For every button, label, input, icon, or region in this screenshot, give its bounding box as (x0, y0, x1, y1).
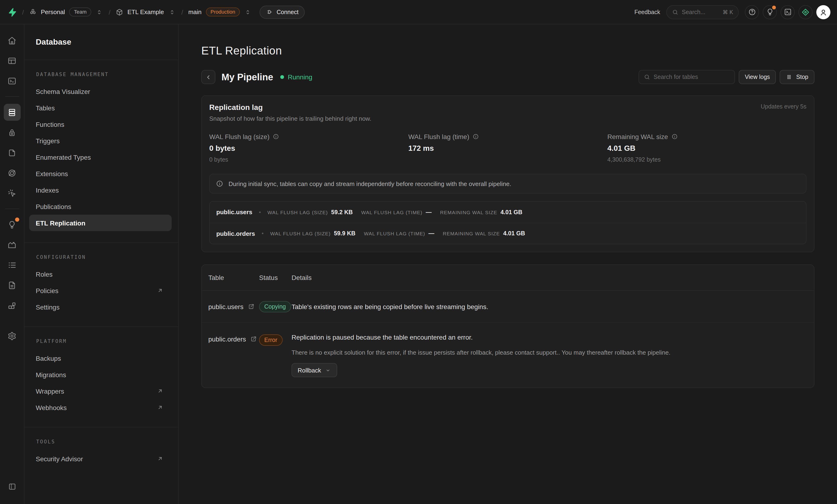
table-name: public.orders (216, 230, 255, 237)
sql-editor-icon[interactable] (3, 72, 20, 89)
sidebar-item-roles[interactable]: Roles (29, 266, 170, 282)
search-icon (644, 74, 650, 80)
sidebar-item-etl-replication[interactable]: ETL Replication (29, 214, 172, 231)
stop-button[interactable]: Stop (780, 70, 815, 84)
initial-sync-callout: During initial sync, tables can copy and… (209, 174, 806, 193)
table-name: public.orders (208, 335, 246, 343)
replication-lag-card: Replication lag Snapshot of how far this… (201, 95, 815, 252)
help-button[interactable] (745, 5, 759, 19)
status-badge-copying: Copying (259, 301, 291, 312)
api-docs-icon[interactable] (3, 277, 20, 294)
sidebar-item-publications[interactable]: Publications (29, 198, 170, 214)
pause-icon (786, 74, 793, 80)
sidebar-item-settings[interactable]: Settings (29, 299, 170, 315)
info-icon[interactable] (273, 134, 279, 140)
global-search[interactable]: ⌘ K (666, 5, 739, 19)
global-search-input[interactable] (682, 9, 719, 15)
table-editor-icon[interactable] (3, 52, 20, 69)
rollback-button[interactable]: Rollback (291, 363, 337, 377)
status-badge-error: Error (259, 334, 283, 346)
feedback-link[interactable]: Feedback (634, 9, 660, 15)
breadcrumb-branch[interactable]: main Production (188, 7, 240, 16)
account-avatar[interactable] (816, 5, 831, 19)
database-icon[interactable] (3, 104, 20, 121)
sidebar-item-schema-visualizer[interactable]: Schema Visualizer (29, 83, 170, 99)
breadcrumb-project[interactable]: ETL Example (116, 8, 164, 16)
sidebar-item-functions[interactable]: Functions (29, 116, 170, 132)
external-link-icon[interactable] (250, 336, 257, 342)
realtime-icon[interactable] (3, 185, 20, 202)
auth-lock-icon[interactable] (3, 124, 20, 141)
pipeline-header: My Pipeline Running View logs (201, 70, 815, 84)
view-logs-button[interactable]: View logs (739, 70, 776, 84)
sidebar-item-extensions[interactable]: Extensions (29, 165, 170, 182)
edge-functions-icon[interactable] (3, 164, 20, 181)
external-link-icon[interactable] (248, 303, 254, 310)
project-switcher-button[interactable] (167, 8, 176, 16)
logs-icon[interactable] (3, 257, 20, 273)
lag-card-subtitle: Snapshot of how far this pipeline is tra… (209, 115, 371, 122)
rail-divider (5, 208, 19, 209)
connect-button[interactable]: Connect (260, 5, 304, 19)
table-name: public.users (208, 303, 243, 310)
stop-button-label: Stop (796, 74, 808, 80)
sidebar-item-indexes[interactable]: Indexes (29, 182, 170, 198)
back-button[interactable] (201, 70, 215, 84)
table-search[interactable] (639, 70, 735, 84)
sidebar-item-webhooks[interactable]: Webhooks (29, 399, 170, 416)
stat-wal-flush-lag-time: WAL Flush lag (time) 172 ms (408, 133, 607, 164)
app-window: / Personal Team / ETL Example / main Pro… (0, 0, 837, 504)
sidebar-item-migrations[interactable]: Migrations (29, 366, 170, 383)
ai-assistant-button[interactable] (798, 5, 813, 19)
stat-wal-flush-lag-size: WAL Flush lag (size) 0 bytes 0 bytes (209, 133, 408, 164)
home-icon[interactable] (3, 32, 20, 49)
project-name: ETL Example (127, 8, 164, 16)
org-switcher-button[interactable] (95, 8, 104, 16)
sidebar-item-triggers[interactable]: Triggers (29, 132, 170, 149)
chevron-down-icon (325, 367, 331, 373)
sidebar-title: Database (36, 37, 71, 47)
supabase-logo-icon[interactable] (7, 7, 17, 17)
sidebar-item-backups[interactable]: Backups (29, 350, 170, 366)
org-plan-badge: Team (69, 7, 91, 16)
collapse-sidebar-icon[interactable] (3, 478, 20, 495)
running-status-dot (280, 75, 284, 79)
integrations-icon[interactable] (3, 297, 20, 314)
row-details: Replication is paused because the table … (291, 334, 806, 341)
bullet-separator: • (262, 230, 264, 237)
sidebar-item-policies[interactable]: Policies (29, 282, 170, 299)
sidebar-menu: DATABASE MANAGEMENT Schema Visualizer Ta… (24, 60, 178, 478)
status-table-row: public.users Copying Table's existing ro… (202, 291, 814, 323)
arrow-up-right-icon (157, 388, 163, 394)
icon-rail (0, 24, 24, 504)
sidebar-item-enumerated-types[interactable]: Enumerated Types (29, 149, 170, 165)
cli-terminal-button[interactable] (781, 5, 795, 19)
reports-icon[interactable] (3, 236, 20, 253)
sidebar-item-tables[interactable]: Tables (29, 99, 170, 116)
breadcrumb-org[interactable]: Personal Team (29, 7, 91, 16)
sidebar-item-wrappers[interactable]: Wrappers (29, 383, 170, 399)
row-details: Table's existing rows are being copied b… (291, 303, 806, 310)
callout-text: During initial sync, tables can copy and… (229, 180, 511, 187)
table-search-input[interactable] (654, 74, 730, 80)
info-icon[interactable] (671, 134, 678, 140)
advisors-lightbulb-icon[interactable] (3, 216, 20, 233)
column-header-table: Table (208, 274, 259, 281)
bullet-separator: • (259, 209, 261, 216)
lag-card-header: Replication lag Snapshot of how far this… (209, 103, 806, 122)
settings-gear-icon[interactable] (3, 328, 20, 344)
notifications-button[interactable] (763, 5, 777, 19)
rollback-button-label: Rollback (298, 367, 321, 374)
section-label: DATABASE MANAGEMENT (36, 71, 170, 77)
view-logs-label: View logs (745, 74, 770, 80)
info-icon[interactable] (473, 134, 479, 140)
section-label: TOOLS (36, 439, 170, 444)
sidebar-item-security-advisor[interactable]: Security Advisor (29, 450, 170, 467)
main-content: ETL Replication My Pipeline Running (179, 24, 837, 504)
branch-switcher-button[interactable] (244, 8, 252, 16)
status-table-header: Table Status Details (202, 265, 814, 291)
arrow-up-right-icon (157, 287, 163, 294)
section-platform: PLATFORM Backups Migrations Wrappers Web… (24, 326, 178, 427)
storage-icon[interactable] (3, 144, 20, 161)
search-shortcut: ⌘ K (723, 9, 733, 15)
